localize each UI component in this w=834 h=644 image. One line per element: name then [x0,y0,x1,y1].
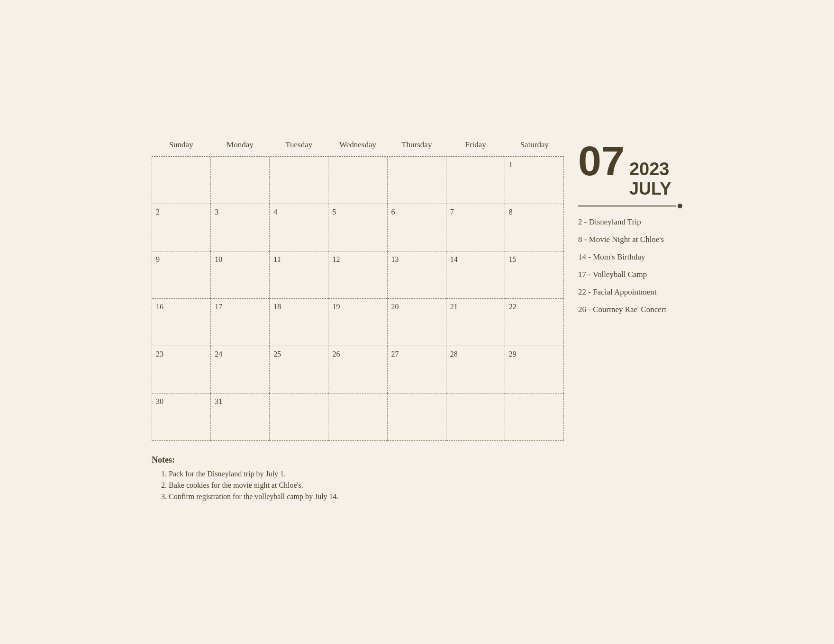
calendar-cell-5: 5 [328,204,387,251]
calendar-cell-empty [446,394,505,441]
date-number: 7 [450,208,454,216]
notes-title: Notes: [152,455,564,465]
date-number: 14 [450,255,458,263]
note-item-1: Pack for the Disneyland trip by July 1. [161,470,564,478]
calendar-cell-25: 25 [270,346,328,394]
event-item-5: 26 - Courtney Rae' Concert [578,304,682,315]
date-number: 21 [450,303,458,311]
date-number: 24 [215,350,222,358]
calendar-cell-14: 14 [446,251,505,299]
calendar-grid: 1 2 3 4 5 6 7 [152,156,564,441]
calendar-grid-section: Sunday Monday Tuesday Wednesday Thursday… [152,135,564,504]
calendar-cell-23: 23 [152,346,211,394]
divider-line [578,206,676,206]
calendar-cell-29: 29 [505,346,564,394]
calendar-cell-empty [388,394,446,441]
calendar-cell-27: 27 [388,346,446,394]
month-number: 07 [578,140,625,182]
calendar-cell-22: 22 [505,299,564,346]
calendar-cell-empty [328,394,387,441]
calendar-cell-11: 11 [270,251,328,299]
divider-dot [678,204,682,208]
date-number: 8 [509,208,513,216]
month-year: 2023 [629,160,670,179]
event-item-4: 22 - Facial Appointment [578,287,682,298]
notes-list: Pack for the Disneyland trip by July 1. … [152,470,564,501]
calendar-cell-empty [211,157,270,204]
calendar-cell-6: 6 [388,204,446,251]
date-number: 31 [215,397,222,405]
calendar-cell-3: 3 [211,204,270,251]
note-item-3: Confirm registration for the volleyball … [161,492,564,501]
date-number: 17 [215,303,222,311]
date-number: 5 [332,208,336,216]
event-item-1: 8 - Movie Night at Chloe's [578,234,682,245]
calendar-cell-empty [446,157,505,204]
calendar-cell-21: 21 [446,299,505,346]
calendar-cell-20: 20 [388,299,446,346]
month-name: JULY [629,179,671,198]
date-number: 6 [391,208,395,216]
calendar-cell-12: 12 [328,251,387,299]
day-header-monday: Monday [210,135,269,156]
date-number: 15 [509,255,517,263]
month-year-name: 2023 JULY [629,160,671,198]
date-number: 28 [450,350,458,358]
date-number: 9 [156,255,160,263]
day-header-sunday: Sunday [152,135,210,156]
date-number: 29 [509,350,517,358]
event-item-3: 17 - Volleyball Camp [578,269,682,280]
date-number: 26 [332,350,340,358]
calendar-cell-empty [270,394,328,441]
date-number: 25 [273,350,281,358]
date-number: 16 [156,303,163,311]
calendar-cell-19: 19 [328,299,387,346]
calendar-cell-15: 15 [505,251,564,299]
calendar-cell-31: 31 [211,394,270,441]
date-number: 18 [273,303,281,311]
calendar-cell-30: 30 [152,394,211,441]
calendar-page: Sunday Monday Tuesday Wednesday Thursday… [133,116,701,528]
day-header-friday: Friday [446,135,505,156]
date-number: 3 [215,208,218,216]
date-number: 22 [509,303,517,311]
calendar-cell-10: 10 [211,251,270,299]
date-number: 23 [156,350,163,358]
date-number: 13 [391,255,399,263]
calendar-cell-empty [328,157,387,204]
calendar-main: Sunday Monday Tuesday Wednesday Thursday… [152,135,682,504]
calendar-cell-24: 24 [211,346,270,394]
date-number: 1 [509,161,513,169]
date-number: 20 [391,303,399,311]
calendar-cell-7: 7 [446,204,505,251]
calendar-cell-empty [388,157,446,204]
date-number: 10 [215,255,222,263]
calendar-cell-empty [152,157,211,204]
day-header-saturday: Saturday [505,135,564,156]
date-number: 2 [156,208,160,216]
events-list: 2 - Disneyland Trip 8 - Movie Night at C… [578,217,682,315]
calendar-cell-18: 18 [270,299,328,346]
calendar-cell-9: 9 [152,251,211,299]
event-item-2: 14 - Mom's Birthday [578,252,682,263]
calendar-cell-17: 17 [211,299,270,346]
note-item-2: Bake cookies for the movie night at Chlo… [161,481,564,490]
date-number: 27 [391,350,399,358]
calendar-cell-13: 13 [388,251,446,299]
date-number: 19 [332,303,340,311]
day-header-wednesday: Wednesday [328,135,387,156]
sidebar: 07 2023 JULY 2 - Disneyland Trip 8 - Mov… [578,135,682,322]
calendar-cell-8: 8 [505,204,564,251]
notes-section: Notes: Pack for the Disneyland trip by J… [152,455,564,501]
sidebar-divider [578,204,682,208]
day-header-thursday: Thursday [387,135,446,156]
day-headers: Sunday Monday Tuesday Wednesday Thursday… [152,135,564,156]
calendar-cell-empty [270,157,328,204]
date-number: 4 [273,208,277,216]
calendar-cell-empty [505,394,564,441]
date-number: 12 [332,255,340,263]
date-number: 11 [273,255,281,263]
calendar-cell-26: 26 [328,346,387,394]
day-header-tuesday: Tuesday [270,135,328,156]
calendar-cell-1: 1 [505,157,564,204]
